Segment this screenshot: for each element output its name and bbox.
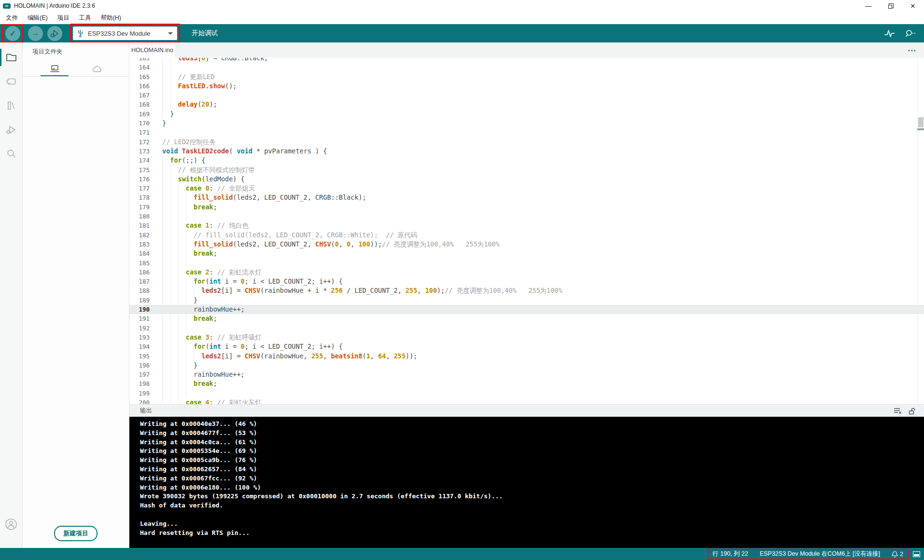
tab-holomain-ino[interactable]: HOLOMAIN.ino (129, 42, 176, 58)
clear-output-icon[interactable] (894, 407, 902, 414)
code-line[interactable]: 187 for(int i = 0; i < LED_COUNT_2; i++)… (129, 277, 924, 286)
code-line[interactable]: 180 (129, 212, 924, 221)
code-line[interactable]: 169 } (129, 109, 924, 119)
code-line[interactable]: 183 fill_solid(leds2, LED_COUNT_2, CHSV(… (129, 240, 924, 249)
new-sketch-button[interactable]: 新建项目 (54, 526, 98, 541)
sidebar-item-library-manager[interactable] (0, 94, 23, 118)
code-line[interactable]: 172// LED2控制任务 (129, 137, 924, 147)
code-line[interactable]: 185 (129, 259, 924, 268)
code-line[interactable]: 182 // fill_solid(leds2, LED_COUNT_2, CR… (129, 231, 924, 240)
code-line[interactable]: 190 rainbowHue++; (129, 305, 924, 314)
code-line[interactable]: 184 break; (129, 249, 924, 258)
code-line[interactable]: 186 case 2: // 彩虹流水灯 (129, 268, 924, 277)
console-line: Writing at 0x00062657... (84 %) (140, 465, 924, 474)
code-line[interactable]: 170} (129, 119, 924, 128)
code-line[interactable]: 167 (129, 91, 924, 100)
sidebar-item-debug[interactable] (0, 118, 23, 142)
arduino-logo-icon: ∞ (3, 3, 11, 9)
code-line[interactable]: 164 (129, 63, 924, 72)
code-line[interactable]: 179 break; (129, 203, 924, 212)
code-line[interactable]: 188 leds2[i] = CHSV(rainbowHue + i * 256… (129, 286, 924, 295)
sidebar-item-boards-manager[interactable] (0, 69, 23, 94)
upload-button[interactable]: → (28, 26, 43, 41)
code-line[interactable]: 168 delay(20); (129, 100, 924, 109)
notification-count: 2 (900, 551, 903, 558)
minimize-button[interactable]: — (857, 0, 880, 12)
usb-icon (77, 29, 84, 38)
serial-monitor-icon[interactable] (905, 29, 916, 38)
code-line[interactable]: 181 case 1: // 纯白色 (129, 221, 924, 230)
console-line: Hard resetting via RTS pin... (140, 529, 924, 538)
code-line[interactable]: 176 switch(ledMode) { (129, 175, 924, 184)
library-icon (5, 100, 17, 111)
output-console[interactable]: Writing at 0x00040e37... (46 %)Writing a… (129, 417, 924, 548)
sidebar-item-account[interactable] (0, 512, 23, 536)
more-actions-icon[interactable]: ⋯ (908, 45, 924, 55)
menu-item[interactable]: 编辑(E) (23, 12, 53, 24)
verify-button[interactable]: ✓ (5, 26, 20, 41)
code-line[interactable]: 166 FastLED.show(); (129, 82, 924, 91)
code-line[interactable]: 193 case 3: // 彩虹呼吸灯 (129, 333, 924, 342)
code-line[interactable]: 192 (129, 324, 924, 333)
code-line[interactable]: 195 leds2[i] = CHSV(rainbowHue, 255, bea… (129, 352, 924, 361)
output-panel-header: 输出 (129, 404, 924, 417)
notifications[interactable]: 2 (892, 551, 903, 558)
console-line: Hash of data verified. (140, 501, 924, 510)
sketchbook-tabs (23, 62, 129, 77)
sketchbook-panel: 项目文件夹 新建项目 (23, 42, 129, 548)
code-line[interactable]: 200 case 4: // 彩虹火车灯 (129, 398, 924, 404)
console-line: Writing at 0x00067fcc... (92 %) (140, 474, 924, 483)
board-selector-value: ESP32S3 Dev Module (88, 30, 150, 37)
code-line[interactable]: 171 (129, 128, 924, 137)
code-line[interactable]: 174 for(;;) { (129, 156, 924, 165)
sidebar-item-sketchbook[interactable] (0, 45, 23, 69)
folder-icon (5, 52, 17, 63)
code-line[interactable]: 197 rainbowHue++; (129, 370, 924, 379)
cloud-icon (92, 66, 102, 73)
code-line[interactable]: 175 // 根据不同模式控制灯带 (129, 165, 924, 175)
editor-tab-bar: HOLOMAIN.ino ⋯ (129, 42, 924, 58)
console-line: Writing at 0x0005ca9b... (76 %) (140, 456, 924, 465)
console-line: Writing at 0x0004c0ca... (61 %) (140, 438, 924, 447)
code-line[interactable]: 199 (129, 389, 924, 398)
code-line[interactable]: 198 break; (129, 379, 924, 388)
code-line[interactable]: 189 } (129, 296, 924, 305)
code-line[interactable]: 177 case 0: // 全部熄灭 (129, 184, 924, 193)
menu-item[interactable]: 项目 (53, 12, 74, 24)
annotation-box-verify: ✓ (2, 24, 24, 43)
code-line[interactable]: 178 fill_solid(leds2, LED_COUNT_2, CRGB:… (129, 193, 924, 202)
menu-item[interactable]: 文件 (1, 12, 23, 24)
annotation-box-board-selector: ESP32S3 Dev Module (70, 24, 180, 43)
close-button[interactable]: ✕ (902, 0, 924, 12)
scrollbar-thumb[interactable] (918, 117, 924, 127)
toggle-bottom-panel-icon[interactable] (913, 551, 920, 557)
board-selector[interactable]: ESP32S3 Dev Module (73, 27, 177, 40)
code-line[interactable]: 191 break; (129, 314, 924, 323)
overview-ruler-mark (917, 128, 924, 130)
menu-item[interactable]: 帮助(H) (96, 12, 126, 24)
start-debug-label[interactable]: 开始调试 (192, 29, 218, 38)
cursor-position[interactable]: 行 190, 列 22 (713, 550, 748, 558)
computer-icon (50, 65, 60, 73)
console-line: Leaving... (140, 519, 924, 529)
code-editor[interactable]: 163 leds3[0] = CRGB::Black;164165 // 更新L… (129, 58, 924, 404)
code-line[interactable]: 163 leds3[0] = CRGB::Black; (129, 58, 924, 63)
tab-cloud-sketchbook[interactable] (83, 62, 111, 76)
unlock-scroll-icon[interactable] (909, 407, 916, 415)
debug-button[interactable] (47, 26, 62, 41)
code-line[interactable]: 196 } (129, 361, 924, 370)
menu-bar: 文件编辑(E)项目工具帮助(H) (0, 12, 924, 24)
code-lines: 163 leds3[0] = CRGB::Black;164165 // 更新L… (129, 58, 924, 404)
tab-local-sketchbook[interactable] (41, 62, 69, 76)
menu-item[interactable]: 工具 (74, 12, 96, 24)
code-line[interactable]: 165 // 更新LED (129, 72, 924, 82)
toolbar: ✓ → ESP32S3 Dev Module 开始调试 (0, 24, 924, 42)
debug-icon (5, 124, 17, 136)
serial-plotter-icon[interactable] (884, 29, 895, 38)
board-connection-status[interactable]: ESP32S3 Dev Module 在COM6上 [没有连接] (760, 550, 880, 558)
main-area: 项目文件夹 新建项目 HOLOMAIN.ino ⋯ 163 (0, 42, 924, 548)
maximize-button[interactable] (880, 0, 902, 12)
code-line[interactable]: 194 for(int i = 0; i < LED_COUNT_2; i++)… (129, 342, 924, 351)
sidebar-item-search[interactable] (0, 142, 23, 166)
code-line[interactable]: 173void TaskLED2code( void * pvParameter… (129, 147, 924, 156)
